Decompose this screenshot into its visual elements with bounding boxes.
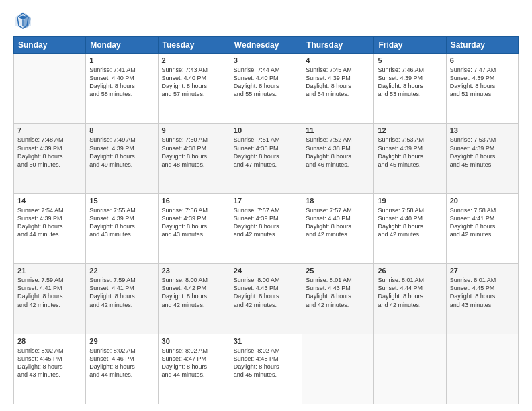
- calendar-cell: 20Sunrise: 7:58 AM Sunset: 4:41 PM Dayli…: [446, 193, 518, 263]
- day-number: 2: [162, 56, 226, 64]
- calendar-cell: 14Sunrise: 7:54 AM Sunset: 4:39 PM Dayli…: [14, 193, 86, 263]
- day-info: Sunrise: 7:46 AM Sunset: 4:39 PM Dayligh…: [378, 66, 442, 99]
- calendar-week-1: 1Sunrise: 7:41 AM Sunset: 4:40 PM Daylig…: [14, 54, 519, 124]
- day-info: Sunrise: 8:00 AM Sunset: 4:42 PM Dayligh…: [162, 276, 226, 309]
- day-info: Sunrise: 7:50 AM Sunset: 4:38 PM Dayligh…: [162, 136, 226, 169]
- weekday-row: SundayMondayTuesdayWednesdayThursdayFrid…: [14, 37, 519, 54]
- weekday-header-friday: Friday: [374, 37, 446, 54]
- day-number: 23: [162, 267, 226, 275]
- calendar-week-5: 28Sunrise: 8:02 AM Sunset: 4:45 PM Dayli…: [14, 334, 519, 404]
- calendar-cell: [14, 54, 86, 124]
- calendar-cell: 21Sunrise: 7:59 AM Sunset: 4:41 PM Dayli…: [14, 264, 86, 334]
- day-number: 26: [378, 267, 442, 275]
- calendar-cell: 11Sunrise: 7:52 AM Sunset: 4:38 PM Dayli…: [302, 124, 374, 193]
- day-number: 7: [17, 126, 82, 134]
- calendar-cell: [374, 334, 446, 404]
- calendar-cell: 19Sunrise: 7:58 AM Sunset: 4:40 PM Dayli…: [374, 193, 446, 263]
- calendar-cell: 12Sunrise: 7:53 AM Sunset: 4:39 PM Dayli…: [374, 124, 446, 193]
- calendar-cell: 1Sunrise: 7:41 AM Sunset: 4:40 PM Daylig…: [86, 54, 158, 124]
- day-info: Sunrise: 7:58 AM Sunset: 4:41 PM Dayligh…: [450, 206, 515, 239]
- day-number: 29: [89, 337, 154, 345]
- day-info: Sunrise: 8:00 AM Sunset: 4:43 PM Dayligh…: [234, 276, 298, 309]
- day-info: Sunrise: 7:43 AM Sunset: 4:40 PM Dayligh…: [162, 66, 226, 99]
- day-number: 4: [306, 56, 370, 64]
- calendar-cell: [302, 334, 374, 404]
- day-number: 30: [162, 337, 226, 345]
- weekday-header-tuesday: Tuesday: [158, 37, 230, 54]
- calendar-cell: 16Sunrise: 7:56 AM Sunset: 4:39 PM Dayli…: [158, 193, 230, 263]
- day-info: Sunrise: 7:45 AM Sunset: 4:39 PM Dayligh…: [306, 66, 370, 99]
- day-number: 6: [450, 56, 515, 64]
- weekday-header-thursday: Thursday: [302, 37, 374, 54]
- day-info: Sunrise: 7:47 AM Sunset: 4:39 PM Dayligh…: [450, 66, 515, 99]
- day-info: Sunrise: 7:57 AM Sunset: 4:40 PM Dayligh…: [306, 206, 370, 239]
- logo: [13, 11, 35, 30]
- day-info: Sunrise: 7:58 AM Sunset: 4:40 PM Dayligh…: [378, 206, 442, 239]
- calendar-cell: 7Sunrise: 7:48 AM Sunset: 4:39 PM Daylig…: [14, 124, 86, 193]
- calendar-cell: 6Sunrise: 7:47 AM Sunset: 4:39 PM Daylig…: [446, 54, 518, 124]
- weekday-header-saturday: Saturday: [446, 37, 518, 54]
- day-number: 16: [162, 197, 226, 205]
- calendar-cell: 22Sunrise: 7:59 AM Sunset: 4:41 PM Dayli…: [86, 264, 158, 334]
- day-number: 31: [234, 337, 298, 345]
- calendar-cell: 18Sunrise: 7:57 AM Sunset: 4:40 PM Dayli…: [302, 193, 374, 263]
- weekday-header-wednesday: Wednesday: [230, 37, 302, 54]
- weekday-header-monday: Monday: [86, 37, 158, 54]
- day-info: Sunrise: 7:41 AM Sunset: 4:40 PM Dayligh…: [89, 66, 154, 99]
- day-number: 25: [306, 267, 370, 275]
- day-number: 12: [378, 126, 442, 134]
- day-info: Sunrise: 7:56 AM Sunset: 4:39 PM Dayligh…: [162, 206, 226, 239]
- day-info: Sunrise: 7:54 AM Sunset: 4:39 PM Dayligh…: [17, 206, 82, 239]
- header: [13, 11, 519, 30]
- calendar-cell: 10Sunrise: 7:51 AM Sunset: 4:38 PM Dayli…: [230, 124, 302, 193]
- calendar-cell: 24Sunrise: 8:00 AM Sunset: 4:43 PM Dayli…: [230, 264, 302, 334]
- day-number: 19: [378, 197, 442, 205]
- day-number: 27: [450, 267, 515, 275]
- day-info: Sunrise: 7:44 AM Sunset: 4:40 PM Dayligh…: [234, 66, 298, 99]
- logo-icon: [13, 11, 32, 30]
- calendar-header: SundayMondayTuesdayWednesdayThursdayFrid…: [14, 37, 519, 54]
- day-info: Sunrise: 8:01 AM Sunset: 4:43 PM Dayligh…: [306, 276, 370, 309]
- calendar-cell: 2Sunrise: 7:43 AM Sunset: 4:40 PM Daylig…: [158, 54, 230, 124]
- calendar-cell: 4Sunrise: 7:45 AM Sunset: 4:39 PM Daylig…: [302, 54, 374, 124]
- day-number: 24: [234, 267, 298, 275]
- day-number: 13: [450, 126, 515, 134]
- calendar-cell: 25Sunrise: 8:01 AM Sunset: 4:43 PM Dayli…: [302, 264, 374, 334]
- calendar-week-3: 14Sunrise: 7:54 AM Sunset: 4:39 PM Dayli…: [14, 193, 519, 263]
- day-info: Sunrise: 8:01 AM Sunset: 4:44 PM Dayligh…: [378, 276, 442, 309]
- calendar-cell: [446, 334, 518, 404]
- day-info: Sunrise: 8:02 AM Sunset: 4:47 PM Dayligh…: [162, 347, 226, 379]
- calendar-cell: 9Sunrise: 7:50 AM Sunset: 4:38 PM Daylig…: [158, 124, 230, 193]
- day-number: 9: [162, 126, 226, 134]
- day-info: Sunrise: 7:53 AM Sunset: 4:39 PM Dayligh…: [378, 136, 442, 169]
- day-info: Sunrise: 8:02 AM Sunset: 4:46 PM Dayligh…: [89, 347, 154, 379]
- day-number: 1: [89, 56, 154, 64]
- day-number: 18: [306, 197, 370, 205]
- day-number: 22: [89, 267, 154, 275]
- calendar-cell: 13Sunrise: 7:53 AM Sunset: 4:39 PM Dayli…: [446, 124, 518, 193]
- calendar: SundayMondayTuesdayWednesdayThursdayFrid…: [13, 36, 519, 404]
- weekday-header-sunday: Sunday: [14, 37, 86, 54]
- day-info: Sunrise: 7:59 AM Sunset: 4:41 PM Dayligh…: [17, 276, 82, 309]
- day-number: 14: [17, 197, 82, 205]
- calendar-week-4: 21Sunrise: 7:59 AM Sunset: 4:41 PM Dayli…: [14, 264, 519, 334]
- calendar-cell: 28Sunrise: 8:02 AM Sunset: 4:45 PM Dayli…: [14, 334, 86, 404]
- day-info: Sunrise: 7:57 AM Sunset: 4:39 PM Dayligh…: [234, 206, 298, 239]
- calendar-cell: 31Sunrise: 8:02 AM Sunset: 4:48 PM Dayli…: [230, 334, 302, 404]
- day-info: Sunrise: 7:53 AM Sunset: 4:39 PM Dayligh…: [450, 136, 515, 169]
- calendar-body: 1Sunrise: 7:41 AM Sunset: 4:40 PM Daylig…: [14, 54, 519, 404]
- day-number: 10: [234, 126, 298, 134]
- day-info: Sunrise: 8:01 AM Sunset: 4:45 PM Dayligh…: [450, 276, 515, 309]
- day-info: Sunrise: 7:49 AM Sunset: 4:39 PM Dayligh…: [89, 136, 154, 169]
- day-number: 15: [89, 197, 154, 205]
- calendar-cell: 26Sunrise: 8:01 AM Sunset: 4:44 PM Dayli…: [374, 264, 446, 334]
- day-info: Sunrise: 8:02 AM Sunset: 4:45 PM Dayligh…: [17, 347, 82, 379]
- day-info: Sunrise: 7:51 AM Sunset: 4:38 PM Dayligh…: [234, 136, 298, 169]
- day-number: 21: [17, 267, 82, 275]
- day-number: 8: [89, 126, 154, 134]
- day-info: Sunrise: 7:59 AM Sunset: 4:41 PM Dayligh…: [89, 276, 154, 309]
- day-number: 20: [450, 197, 515, 205]
- day-number: 17: [234, 197, 298, 205]
- calendar-cell: 8Sunrise: 7:49 AM Sunset: 4:39 PM Daylig…: [86, 124, 158, 193]
- day-info: Sunrise: 7:52 AM Sunset: 4:38 PM Dayligh…: [306, 136, 370, 169]
